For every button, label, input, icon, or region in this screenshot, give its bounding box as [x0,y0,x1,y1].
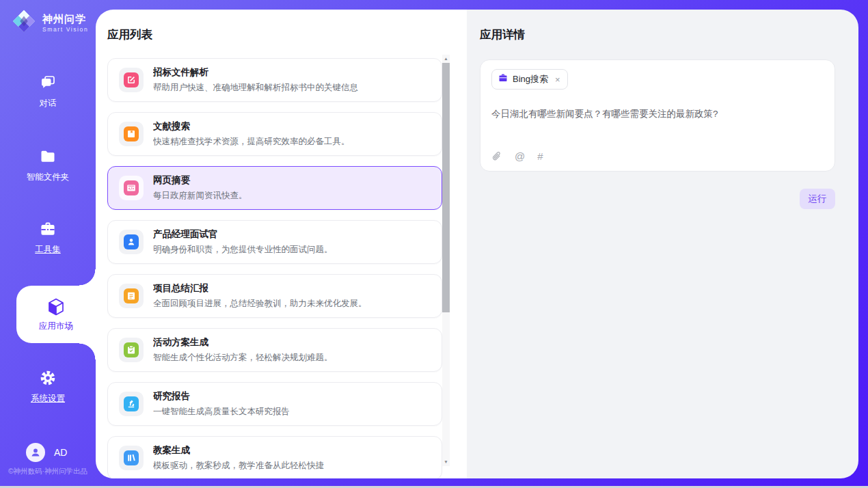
app-card[interactable]: 文献搜索 快速精准查找学术资源，提高研究效率的必备工具。 [107,112,442,156]
avatar [26,443,45,462]
app-card-title: 教案生成 [153,444,324,457]
app-card-list: 招标文件解析 帮助用户快速、准确地理解和解析招标书中的关键信息 文献搜索 快速精… [107,58,442,478]
app-card-description: 模板驱动，教案秒成，教学准备从此轻松快捷 [153,460,324,472]
app-card-title: 招标文件解析 [153,66,358,79]
tag-close-icon[interactable]: × [555,75,560,84]
app-icon-container [119,230,144,254]
app-icon-container [119,284,144,308]
prompt-composer[interactable]: Bing搜索 × 今日湖北有哪些新闻要点？有哪些需要关注的最新政策? @ # [480,59,835,172]
interviewer-icon [124,234,139,249]
sidebar-item-toolset[interactable]: 工具集 [0,220,96,256]
prompt-text[interactable]: 今日湖北有哪些新闻要点？有哪些需要关注的最新政策? [491,107,824,121]
sidebar-item-system-settings[interactable]: 系统设置 [0,369,96,405]
app-card[interactable]: 教案生成 模板驱动，教案秒成，教学准备从此轻松快捷 [107,436,442,478]
logo-diamond-icon [11,8,37,37]
app-card-title: 产品经理面试官 [153,228,333,241]
user-name: AD [54,447,67,458]
tool-tag-label: Bing搜索 [513,73,548,85]
app-card-title: 活动方案生成 [153,336,333,349]
sidebar-item-app-market-active[interactable]: 应用市场 [16,286,96,343]
app-icon-container [119,176,144,200]
app-card-description: 智能生成个性化活动方案，轻松解决规划难题。 [153,352,333,364]
lesson-plan-icon [124,450,139,465]
brand-name: 神州问学 [42,13,88,25]
attachment-icon[interactable] [491,151,502,162]
active-tab-curve-bottom [79,343,96,360]
sidebar-item-smart-folder[interactable]: 智能文件夹 [0,148,96,183]
sidebar-item-label: 系统设置 [31,394,65,403]
research-report-icon [124,396,139,411]
app-card-description: 明确身份和职责，为您提供专业性的面试问题。 [153,244,333,256]
app-icon-container [119,68,144,92]
app-icon-container [119,446,144,470]
sidebar-item-label: 工具集 [35,245,61,254]
gear-icon [39,369,57,387]
run-button[interactable]: 运行 [800,189,835,209]
app-list-scrollbar[interactable]: ▲ ▼ [442,55,450,466]
sidebar: 神州问学 Smart Vision 对话 智能文件夹 工具集 应用市场 系统设置… [0,0,96,488]
tool-tag-bing-search[interactable]: Bing搜索 × [491,69,568,90]
copyright-text: ©神州数码·神州问学出品 [0,467,96,476]
scrollbar-thumb[interactable] [442,63,450,312]
app-detail-title: 应用详情 [480,27,835,42]
sidebar-item-label: 应用市场 [39,321,73,332]
webpage-summary-icon [124,180,139,195]
scrollbar-up-arrow-icon[interactable]: ▲ [442,55,450,63]
tender-doc-icon [124,72,139,87]
app-icon-container [119,392,144,416]
app-list-panel: 应用列表 招标文件解析 帮助用户快速、准确地理解和解析招标书中的关键信息 文献搜… [96,10,467,478]
app-card[interactable]: 产品经理面试官 明确身份和职责，为您提供专业性的面试问题。 [107,220,442,264]
app-card-description: 全面回顾项目进展，总结经验教训，助力未来优化发展。 [153,298,367,310]
app-card[interactable]: 研究报告 一键智能生成高质量长文本研究报告 [107,382,442,426]
app-card-title: 研究报告 [153,390,290,403]
literature-search-icon [124,126,139,141]
app-icon-container [119,338,144,362]
cube-icon [46,297,66,317]
chat-icon [39,74,57,92]
app-card-description: 每日政府新闻资讯快查。 [153,190,247,202]
app-card-title: 网页摘要 [153,174,247,187]
briefcase-icon [498,73,508,85]
app-icon-container [119,122,144,146]
app-card[interactable]: 网页摘要 每日政府新闻资讯快查。 [107,166,442,210]
app-card[interactable]: 活动方案生成 智能生成个性化活动方案，轻松解决规划难题。 [107,328,442,372]
app-card[interactable]: 招标文件解析 帮助用户快速、准确地理解和解析招标书中的关键信息 [107,58,442,102]
sidebar-item-chat[interactable]: 对话 [0,74,96,109]
run-row: 运行 [480,189,835,209]
sidebar-item-label: 智能文件夹 [27,172,70,182]
event-plan-icon [124,342,139,357]
app-detail-panel: 应用详情 Bing搜索 × 今日湖北有哪些新闻要点？有哪些需要关注的最新政策? … [467,10,858,478]
app-window: { "brand": { "name": "神州问学", "subtitle":… [0,0,868,488]
mention-icon[interactable]: @ [515,150,525,162]
toolbox-icon [39,220,57,238]
app-card-title: 项目总结汇报 [153,282,367,295]
brand-logo: 神州问学 Smart Vision [11,8,88,37]
app-list-title: 应用列表 [107,27,442,42]
app-card[interactable]: 项目总结汇报 全面回顾项目进展，总结经验教训，助力未来优化发展。 [107,274,442,318]
active-tab-curve-top [79,269,96,286]
main-content: 应用列表 招标文件解析 帮助用户快速、准确地理解和解析招标书中的关键信息 文献搜… [96,10,858,478]
hash-icon[interactable]: # [537,150,543,162]
project-report-icon [124,288,139,303]
user-account[interactable]: AD [26,443,67,462]
sidebar-item-label: 对话 [40,98,57,108]
app-card-description: 一键智能生成高质量长文本研究报告 [153,406,290,418]
scrollbar-down-arrow-icon[interactable]: ▼ [442,458,450,466]
app-card-title: 文献搜索 [153,120,350,133]
brand-subtitle: Smart Vision [42,26,88,33]
app-card-description: 快速精准查找学术资源，提高研究效率的必备工具。 [153,136,350,148]
app-card-description: 帮助用户快速、准确地理解和解析招标书中的关键信息 [153,82,358,94]
composer-toolbar: @ # [491,150,543,162]
folder-icon [39,148,57,165]
